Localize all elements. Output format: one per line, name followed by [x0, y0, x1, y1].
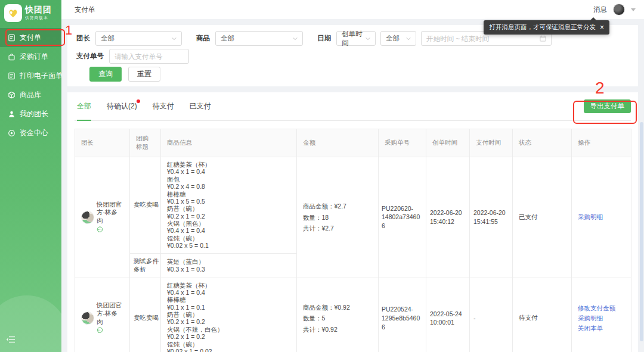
chevron-down-icon[interactable]	[631, 8, 636, 11]
sidebar-item-label: 打印电子面单	[20, 71, 61, 81]
sidebar-nav: 支付单 采购订单 打印电子面单 商品库	[0, 28, 61, 142]
product-filter-label: 商品	[196, 34, 210, 43]
payments-table: 团长 团购标题 商品信息 金额 采购单号 创单时间 支付时间 状态 操作	[75, 129, 631, 352]
product-filter-value: 全部	[221, 34, 234, 43]
table-row: 快团团官方-林多肉 卖吃卖喝 红糖姜茶（杯） ¥0.4 x 1 = 0.4 面包…	[75, 157, 631, 254]
product-info-cell: 英短（蓝白） ¥0.3 x 1 = 0.3	[161, 253, 297, 278]
reset-button[interactable]: 重置	[128, 67, 160, 82]
chevron-down-icon	[366, 36, 370, 41]
purchase-bag-icon	[8, 53, 16, 61]
logo-title: 快团团	[25, 5, 52, 14]
search-button[interactable]: 查询	[89, 67, 122, 82]
col-paid-at: 支付时间	[470, 129, 513, 157]
date-type-select[interactable]: 创单时间	[336, 31, 376, 46]
created-at-cell: 2022-05-24 10:00:01	[426, 278, 470, 352]
group-title-cell: 卖吃卖喝	[130, 278, 161, 352]
sidebar-item-funds-center[interactable]: 资金中心	[0, 123, 61, 142]
collapse-sidebar-icon[interactable]	[6, 335, 16, 344]
sidebar-item-label: 采购订单	[20, 52, 48, 62]
app-window: 快团团 供货商版本 支付单 采购订单 打印电子面单	[0, 0, 644, 352]
status-cell: 待支付	[513, 278, 572, 352]
close-icon[interactable]: ×	[600, 24, 604, 31]
payment-doc-icon	[8, 34, 16, 42]
product-filter-select[interactable]: 全部	[215, 31, 303, 46]
sidebar: 快团团 供货商版本 支付单 采购订单 打印电子面单	[0, 0, 61, 352]
col-created-at: 创单时间	[426, 129, 470, 157]
col-group-title: 团购标题	[130, 129, 161, 157]
leader-cell: 快团团官方-林多肉	[75, 278, 130, 352]
col-actions: 操作	[572, 129, 631, 157]
col-status: 状态	[513, 129, 572, 157]
page-title: 支付单	[75, 5, 95, 14]
chat-bubble-icon[interactable]	[97, 327, 103, 334]
sidebar-item-payment-orders[interactable]: 支付单	[0, 28, 61, 47]
chevron-down-icon	[406, 36, 411, 41]
product-box-icon	[8, 91, 16, 99]
col-leader: 团长	[75, 129, 130, 157]
heart-logo-icon	[4, 4, 22, 22]
amount-cell: 商品金额：¥2.7 数量：18 共计：¥2.7	[297, 157, 379, 278]
table-header-row: 团长 团购标题 商品信息 金额 采购单号 创单时间 支付时间 状态 操作	[75, 129, 631, 157]
sidebar-item-product-library[interactable]: 商品库	[0, 85, 61, 104]
pay-no-input[interactable]	[109, 49, 189, 64]
table-row: 快团团官方-林多肉 卖吃卖喝 红糖姜茶（杯） ¥0.4 x 1 = 0.4 棒棒…	[75, 278, 631, 352]
modify-payment-amount-link[interactable]: 修改支付金额	[578, 303, 615, 313]
sidebar-item-my-leaders[interactable]: 我的团长	[0, 104, 61, 123]
paid-at-cell: 2022-06-20 15:41:55	[470, 157, 513, 278]
sidebar-item-label: 资金中心	[20, 128, 48, 138]
group-title-cell: 卖吃卖喝	[130, 157, 161, 254]
status-cell: 已支付	[513, 157, 572, 278]
leader-filter-label: 团长	[76, 34, 90, 43]
paid-at-cell: -	[470, 278, 513, 352]
funds-icon	[8, 129, 16, 137]
tooltip-text: 打开消息页面，才可保证消息正常分发	[489, 23, 596, 32]
unread-badge-dot	[137, 99, 140, 103]
sidebar-item-label: 支付单	[20, 33, 41, 43]
col-purchase-no: 采购单号	[379, 129, 426, 157]
chat-bubble-icon[interactable]	[97, 226, 103, 233]
calendar-icon	[540, 35, 546, 42]
status-tabs: 全部 待确认(2) 待支付 已支付 导出支付单	[75, 92, 631, 121]
date-range-input[interactable]	[426, 35, 536, 42]
sidebar-item-label: 我的团长	[20, 109, 48, 119]
date-type-value: 创单时间	[342, 30, 366, 48]
actions-cell: 修改支付金额 采购明细 关闭本单	[572, 278, 631, 352]
annotation-number-step2: 2	[595, 79, 605, 98]
sidebar-item-label: 商品库	[20, 90, 41, 100]
leader-filter-value: 全部	[101, 34, 114, 43]
purchase-no-cell: PU220620-14802a734606	[379, 157, 426, 278]
logo-subtitle: 供货商版本	[25, 15, 51, 21]
user-avatar[interactable]	[613, 4, 625, 15]
col-amount: 金额	[297, 129, 379, 157]
leader-avatar	[81, 211, 94, 224]
export-payments-button[interactable]: 导出支付单	[584, 99, 631, 113]
close-order-link[interactable]: 关闭本单	[578, 323, 603, 334]
leader-avatar	[81, 311, 94, 325]
sidebar-item-purchase-orders[interactable]: 采购订单	[0, 47, 61, 66]
leader-cell: 快团团官方-林多肉	[75, 157, 130, 278]
purchase-detail-link[interactable]: 采购明细	[578, 313, 603, 323]
tab-pending-payment[interactable]: 待支付	[153, 92, 174, 120]
tab-pending-confirm[interactable]: 待确认(2)	[107, 92, 137, 120]
print-doc-icon	[8, 72, 16, 80]
tab-paid[interactable]: 已支付	[190, 92, 211, 120]
app-logo: 快团团 供货商版本	[0, 0, 61, 26]
sidebar-item-print-labels[interactable]: 打印电子面单	[0, 66, 61, 85]
actions-cell: 采购明细	[572, 157, 631, 278]
date-filter-label: 日期	[317, 34, 331, 43]
date-scope-select[interactable]: 全部	[380, 31, 416, 46]
purchase-detail-link[interactable]: 采购明细	[578, 212, 603, 222]
topbar: 支付单 消息	[61, 0, 644, 19]
group-title-cell: 测试多件多折	[130, 253, 161, 278]
tab-all[interactable]: 全部	[77, 92, 91, 120]
created-at-cell: 2022-06-20 15:40:12	[426, 157, 470, 278]
col-product-info: 商品信息	[161, 129, 297, 157]
amount-cell: 商品金额：¥0.92 数量：5 共计：¥0.92	[297, 278, 379, 352]
pay-no-filter-label: 支付单号	[76, 52, 104, 61]
purchase-no-cell: PU220524-1295e8b54606	[379, 278, 426, 352]
vertical-scrollbar[interactable]	[640, 122, 643, 341]
leader-filter-select[interactable]: 全部	[95, 31, 182, 46]
payment-list-panel: 全部 待确认(2) 待支付 已支付 导出支付单 团长 团购标题	[67, 92, 638, 352]
messages-link[interactable]: 消息	[593, 5, 607, 14]
person-icon	[8, 110, 16, 118]
